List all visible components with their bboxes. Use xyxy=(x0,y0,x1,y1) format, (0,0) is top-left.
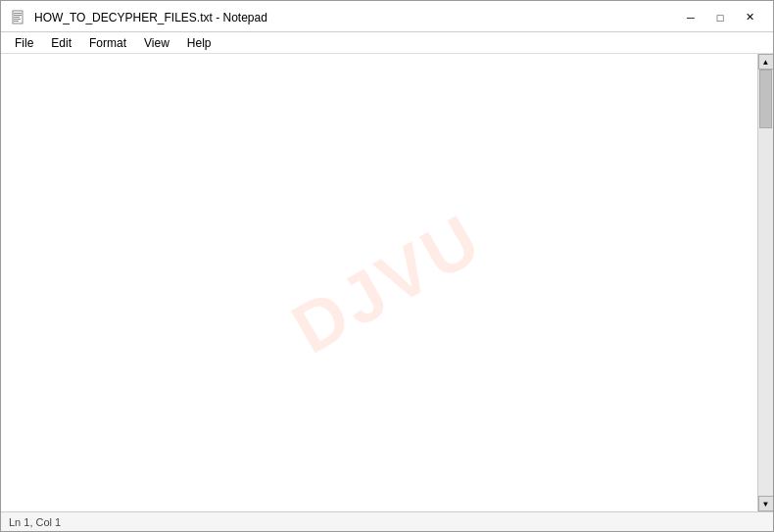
text-area-container: DJVU ▲ ▼ xyxy=(1,54,773,511)
svg-rect-3 xyxy=(14,17,20,18)
scroll-down-arrow[interactable]: ▼ xyxy=(758,496,774,511)
menu-bar: File Edit Format View Help xyxy=(1,32,773,54)
svg-rect-1 xyxy=(14,13,22,14)
status-bar: Ln 1, Col 1 xyxy=(1,511,773,531)
menu-view[interactable]: View xyxy=(136,34,177,52)
notepad-window: HOW_TO_DECYPHER_FILES.txt - Notepad ─ □ … xyxy=(0,0,774,532)
scroll-up-arrow[interactable]: ▲ xyxy=(758,54,774,70)
menu-help[interactable]: Help xyxy=(179,34,219,52)
scrollbar[interactable]: ▲ ▼ xyxy=(757,54,773,511)
svg-rect-5 xyxy=(14,21,19,22)
cursor-position: Ln 1, Col 1 xyxy=(9,516,61,528)
menu-edit[interactable]: Edit xyxy=(43,34,79,52)
svg-rect-4 xyxy=(14,19,21,20)
window-title: HOW_TO_DECYPHER_FILES.txt - Notepad xyxy=(34,11,267,24)
menu-format[interactable]: Format xyxy=(81,34,134,52)
close-button[interactable]: ✕ xyxy=(736,8,763,27)
minimize-button[interactable]: ─ xyxy=(677,8,704,27)
scroll-track[interactable] xyxy=(758,70,773,496)
title-bar: HOW_TO_DECYPHER_FILES.txt - Notepad ─ □ … xyxy=(1,1,773,32)
scroll-thumb[interactable] xyxy=(759,70,772,128)
maximize-button[interactable]: □ xyxy=(706,8,734,27)
title-bar-controls: ─ □ ✕ xyxy=(677,8,763,27)
text-content[interactable] xyxy=(1,54,757,511)
title-bar-left: HOW_TO_DECYPHER_FILES.txt - Notepad xyxy=(11,10,267,25)
svg-rect-2 xyxy=(14,15,22,16)
menu-file[interactable]: File xyxy=(7,34,41,52)
notepad-icon xyxy=(11,10,26,25)
